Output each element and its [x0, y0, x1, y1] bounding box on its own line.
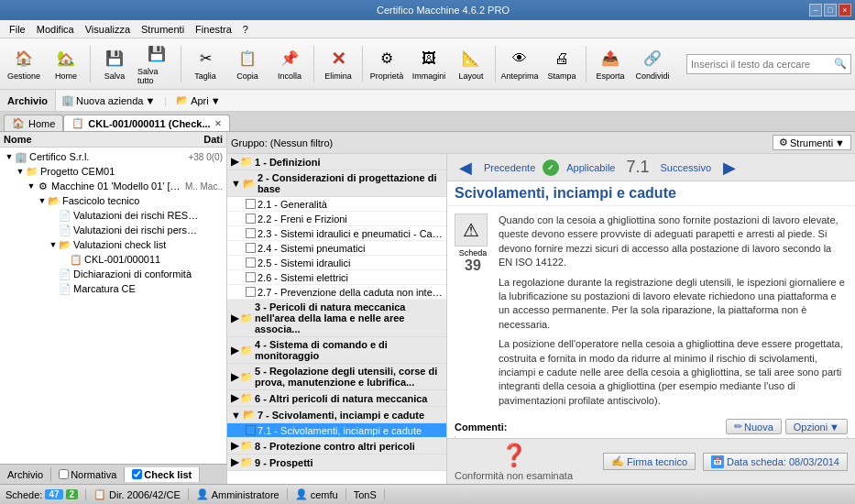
close-button[interactable]: × [839, 4, 851, 16]
checklist-group-header-6[interactable]: ▶ 📁 6 - Altri pericoli di natura meccani… [227, 390, 446, 407]
check-7-1[interactable] [246, 425, 256, 435]
tb-gestione[interactable]: 🏠 Gestione [4, 42, 44, 86]
data-button[interactable]: 📅 Data scheda: 08/03/2014 [703, 453, 848, 471]
menu-modifica[interactable]: Modifica [31, 22, 80, 37]
tb-home[interactable]: 🏡 Home [46, 42, 86, 86]
tree-item-fascicolo[interactable]: ▼ 📂 Fascicolo tecnico [2, 193, 225, 208]
menu-file[interactable]: File [4, 22, 31, 37]
checklist-item-2-3[interactable]: 2.3 - Sistemi idraulici e pneumatici - C… [227, 226, 446, 241]
checklist-group-2: ▼ 📂 2 - Considerazioni di progettazione … [227, 170, 446, 300]
open-button[interactable]: 📂 Apri ▼ [170, 93, 225, 108]
tab-home[interactable]: 🏠 Home [4, 115, 63, 131]
menu-help[interactable]: ? [237, 22, 254, 37]
checklist-group-header-4[interactable]: ▶ 📁 4 - Sistema di comando e di monitora… [227, 337, 446, 364]
tree-item-dichiarazioni[interactable]: 📄 Dichiarazioni di conformità [2, 267, 225, 281]
checklist-checkbox[interactable] [132, 469, 142, 479]
menu-visualizza[interactable]: Visualizza [80, 22, 136, 37]
prev-button[interactable]: ◀ [455, 157, 477, 179]
para-3: La posizione dell'operatore nella cesoia… [499, 337, 848, 408]
tree-area[interactable]: ▼ 🏢 Certifico S.r.l. +38 0(0) ▼ 📁 Proget… [0, 148, 226, 464]
tree-item-marcatura[interactable]: 📄 Marcatura CE [2, 281, 225, 296]
tree-item-certifico[interactable]: ▼ 🏢 Certifico S.r.l. +38 0(0) [2, 149, 225, 164]
check-2-7[interactable] [246, 287, 256, 297]
bottom-tab-checklist[interactable]: Check list [125, 467, 200, 482]
new-comment-button[interactable]: ✏ Nuova [726, 419, 782, 434]
tree-item-macchine[interactable]: ▼ ⚙ Macchine 01 'Modello 01' [Matricola … [2, 179, 225, 193]
check-2-6[interactable] [246, 272, 256, 282]
search-input[interactable] [691, 59, 834, 70]
checklist-group-header-1[interactable]: ▶ 📁 1 - Definizioni [227, 154, 446, 170]
tab-checklist[interactable]: 📋 CKL-001/000011 (Check... ✕ [63, 115, 229, 131]
checklist-group-header-3[interactable]: ▶ 📁 3 - Pericoli di natura meccanica nel… [227, 300, 446, 337]
checklist-group-header-2[interactable]: ▼ 📂 2 - Considerazioni di progettazione … [227, 170, 446, 197]
tb-immagini[interactable]: 🖼 Immagini [409, 42, 449, 86]
tree-item-checklist[interactable]: ▼ 📂 Valutazioni check list [2, 237, 225, 252]
next-button[interactable]: ▶ [718, 157, 740, 179]
home-icon: 🏡 [55, 48, 77, 70]
next-button-label[interactable]: Successivo [661, 162, 712, 173]
menu-strumenti[interactable]: Strumenti [136, 22, 190, 37]
check-2-3[interactable] [246, 228, 256, 238]
tb-proprieta[interactable]: ⚙ Proprietà [367, 42, 407, 86]
check-2-2[interactable] [246, 214, 256, 224]
checklist-item-2-6[interactable]: 2.6 - Sistemi elettrici [227, 270, 446, 285]
tools-button[interactable]: ⚙ Strumenti ▼ [773, 135, 851, 150]
checklist-item-2-5[interactable]: 2.5 - Sistemi idraulici [227, 256, 446, 270]
firma-button[interactable]: ✍ Firma tecnico [603, 453, 696, 470]
new-icon: ✏ [734, 421, 742, 433]
tab-checklist-icon: 📋 [71, 117, 84, 129]
tree-item-valutazioni-ress[interactable]: 📄 Valutazioni dei rischi RESS All. I Dir… [2, 208, 225, 223]
maximize-button[interactable]: □ [824, 4, 837, 16]
check-2-5[interactable] [246, 257, 256, 268]
check-2-4[interactable] [246, 243, 256, 253]
checklist-item-2-2[interactable]: 2.2 - Freni e Frizioni [227, 212, 446, 226]
check-2-1[interactable] [246, 199, 256, 209]
detail-icon-area: ⚠ Scheda 39 [455, 214, 491, 413]
applicable-button[interactable]: Applicabile [566, 162, 615, 173]
bottom-tab-archivio[interactable]: Archivio [0, 467, 51, 482]
normativa-checkbox[interactable] [59, 469, 69, 479]
checklist-group-header-8[interactable]: ▶ 📁 8 - Protezione contro altri pericoli [227, 438, 446, 455]
bottom-tabs: Archivio Normativa Check list [0, 464, 226, 484]
checklist-item-2-7[interactable]: 2.7 - Prevenzione della caduta non inten… [227, 285, 446, 300]
prev-label[interactable]: Precedente [484, 162, 535, 173]
menu-finestra[interactable]: Finestra [190, 22, 237, 37]
checklist-group-1: ▶ 📁 1 - Definizioni [227, 154, 446, 170]
tab-close-button[interactable]: ✕ [214, 119, 222, 128]
checklist-toolbar: Gruppo: (Nessun filtro) ⚙ Strumenti ▼ [227, 132, 855, 154]
new-company-button[interactable]: 🏢 Nuova azienda ▼ [56, 93, 160, 108]
tree-item-ckl001[interactable]: 📋 CKL-001/000011 [2, 252, 225, 267]
bottom-tab-normativa[interactable]: Normativa [51, 467, 125, 482]
checklist-item-2-4[interactable]: 2.4 - Sistemi pneumatici [227, 241, 446, 256]
calendar-icon: 📅 [711, 455, 724, 468]
tree-expand-icon-4: ▼ [37, 196, 48, 205]
checklist-group-header-5[interactable]: ▶ 📁 5 - Regolazione degli utensili, cors… [227, 364, 446, 390]
group-5-folder-icon: 📁 [240, 371, 253, 383]
minimize-button[interactable]: – [809, 4, 822, 16]
checklist-item-7-1-selected[interactable]: 7.1 - Scivolamenti, inciampi e cadute [227, 423, 446, 438]
options-button[interactable]: Opzioni ▼ [785, 419, 848, 434]
tb-copia[interactable]: 📋 Copia [227, 42, 268, 86]
checklist-group-header-9[interactable]: ▶ 📁 9 - Prospetti [227, 455, 446, 471]
group-2-folder-icon: 📂 [243, 178, 256, 190]
tb-elimina[interactable]: ✕ Elimina [318, 42, 358, 86]
tb-condividi[interactable]: 🔗 Condividi [632, 42, 673, 86]
tb-taglia[interactable]: ✂ Taglia [185, 42, 225, 86]
menu-bar: File Modifica Visualizza Strumenti Fines… [0, 20, 855, 38]
tree-item-valutazioni-pers[interactable]: 📄 Valutazioni dei rischi personalizzate [2, 223, 225, 237]
search-box[interactable]: 🔍 [686, 54, 851, 74]
tb-anteprima[interactable]: 👁 Anteprima [499, 42, 540, 86]
tb-salva-tutto[interactable]: 💾 Salva tutto [137, 42, 177, 86]
tb-esporta[interactable]: 📤 Esporta [590, 42, 630, 86]
tree-expand-icon-2: ▼ [15, 167, 26, 176]
checklist-item-2-1[interactable]: 2.1 - Generalità [227, 197, 446, 212]
tree-item-progetto[interactable]: ▼ 📁 Progetto CEM01 [2, 164, 225, 179]
tb-incolla[interactable]: 📌 Incolla [269, 42, 310, 86]
checklist-group-5: ▶ 📁 5 - Regolazione degli utensili, cors… [227, 364, 446, 390]
tools-dropdown-icon: ▼ [835, 137, 845, 148]
checklist-group-header-7[interactable]: ▼ 📂 7 - Scivolamenti, inciampi e cadute [227, 407, 446, 423]
tb-layout[interactable]: 📐 Layout [451, 42, 491, 86]
group-expand-icon: ▶ [231, 156, 238, 168]
tb-stampa[interactable]: 🖨 Stampa [542, 42, 582, 86]
tb-salva[interactable]: 💾 Salva [94, 42, 135, 86]
